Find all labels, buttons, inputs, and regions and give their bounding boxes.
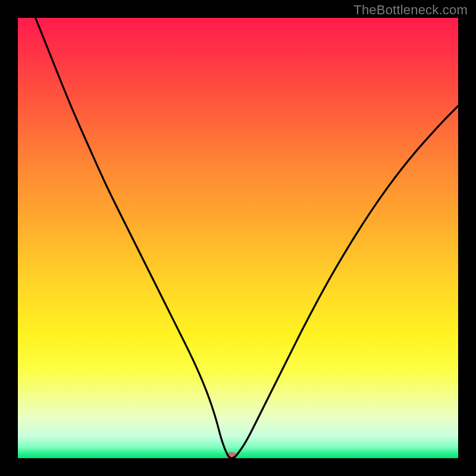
plot-area — [18, 18, 458, 458]
watermark-text: TheBottleneck.com — [353, 2, 468, 18]
chart-frame: TheBottleneck.com — [0, 0, 476, 476]
bottleneck-curve — [36, 18, 458, 458]
curve-svg — [18, 18, 458, 458]
